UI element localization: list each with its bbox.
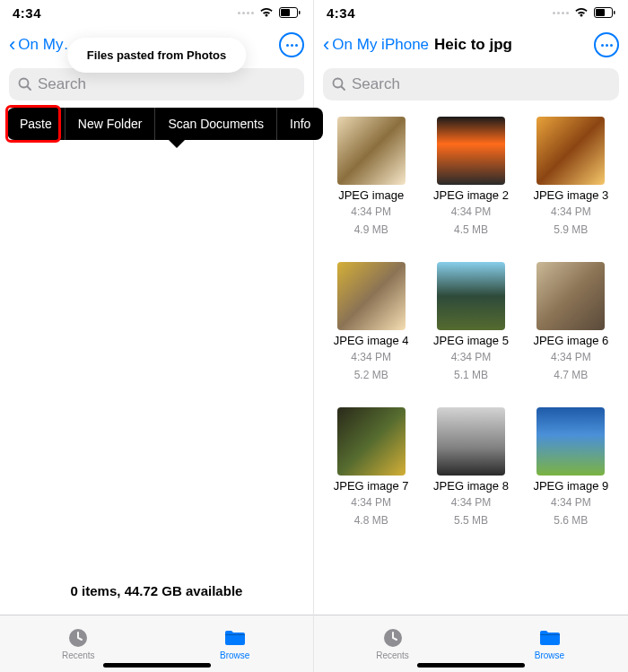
file-size: 5.2 MB bbox=[354, 369, 388, 383]
file-name: JPEG image 7 bbox=[334, 479, 409, 493]
file-time: 4:34 PM bbox=[351, 205, 391, 220]
file-name: JPEG image 8 bbox=[433, 479, 509, 493]
file-thumbnail bbox=[437, 407, 505, 476]
file-size: 5.6 MB bbox=[554, 514, 588, 528]
status-time: 4:34 bbox=[13, 5, 41, 21]
status-bar: 4:34 bbox=[0, 0, 313, 25]
file-item[interactable]: JPEG image 74:34 PM4.8 MB bbox=[325, 407, 417, 528]
search-bar[interactable] bbox=[9, 68, 304, 100]
tab-label: Browse bbox=[220, 650, 249, 660]
file-time: 4:34 PM bbox=[351, 496, 391, 511]
file-name: JPEG image 6 bbox=[533, 334, 608, 347]
file-thumbnail bbox=[337, 407, 406, 476]
file-name: JPEG image 5 bbox=[433, 334, 509, 347]
context-new-folder[interactable]: New Folder bbox=[65, 108, 156, 140]
file-thumbnail bbox=[536, 262, 605, 330]
search-input[interactable] bbox=[352, 75, 610, 93]
file-name: JPEG image 2 bbox=[433, 188, 509, 202]
svg-rect-13 bbox=[540, 634, 560, 635]
file-name: JPEG image 3 bbox=[533, 188, 608, 202]
search-bar[interactable] bbox=[323, 68, 619, 100]
svg-rect-9 bbox=[614, 11, 615, 14]
status-icons bbox=[553, 7, 615, 18]
chevron-left-icon: ‹ bbox=[9, 35, 15, 55]
tab-label: Recents bbox=[376, 650, 409, 660]
file-time: 4:34 PM bbox=[551, 351, 591, 365]
file-size: 5.1 MB bbox=[454, 369, 488, 383]
nav-title: Heic to jpg bbox=[434, 36, 512, 54]
search-input[interactable] bbox=[38, 75, 295, 93]
file-item[interactable]: JPEG image 44:34 PM5.2 MB bbox=[325, 262, 417, 382]
battery-icon bbox=[279, 7, 301, 18]
file-thumbnail bbox=[536, 117, 605, 185]
file-item[interactable]: JPEG image 54:34 PM5.1 MB bbox=[424, 262, 517, 382]
tab-label: Recents bbox=[62, 650, 95, 660]
ellipsis-icon bbox=[601, 44, 613, 47]
file-name: JPEG image bbox=[338, 188, 404, 202]
more-button[interactable] bbox=[594, 32, 619, 57]
file-time: 4:34 PM bbox=[351, 351, 391, 365]
file-size: 4.7 MB bbox=[554, 369, 588, 383]
status-time: 4:34 bbox=[327, 5, 355, 21]
clock-icon bbox=[67, 627, 89, 649]
status-icons bbox=[238, 7, 301, 18]
file-item[interactable]: JPEG image 94:34 PM5.6 MB bbox=[525, 407, 617, 528]
file-item[interactable]: JPEG image4:34 PM4.9 MB bbox=[325, 117, 417, 237]
battery-icon bbox=[594, 7, 615, 18]
context-info[interactable]: Info bbox=[277, 108, 323, 140]
svg-rect-2 bbox=[299, 11, 301, 14]
context-menu: Paste New Folder Scan Documents Info bbox=[7, 108, 323, 140]
storage-status: 0 items, 44.72 GB available bbox=[0, 571, 313, 611]
toast-notification: Files pasted from Photos bbox=[67, 38, 246, 73]
home-indicator[interactable] bbox=[417, 663, 525, 668]
more-button[interactable] bbox=[279, 32, 304, 57]
nav-bar: ‹ On My iPhone Heic to jpg bbox=[314, 25, 628, 65]
folder-icon bbox=[223, 627, 247, 649]
tab-label: Browse bbox=[535, 650, 564, 660]
svg-line-4 bbox=[28, 87, 31, 91]
folder-icon bbox=[538, 627, 562, 649]
file-item[interactable]: JPEG image 24:34 PM4.5 MB bbox=[424, 117, 517, 237]
file-item[interactable]: JPEG image 34:34 PM5.9 MB bbox=[525, 117, 617, 237]
file-size: 4.8 MB bbox=[354, 514, 388, 528]
file-size: 4.5 MB bbox=[454, 223, 488, 238]
search-icon bbox=[332, 77, 346, 92]
file-name: JPEG image 4 bbox=[334, 334, 409, 347]
file-time: 4:34 PM bbox=[451, 205, 492, 220]
folder-content[interactable]: JPEG image4:34 PM4.9 MBJPEG image 24:34 … bbox=[314, 108, 628, 615]
file-grid: JPEG image4:34 PM4.9 MBJPEG image 24:34 … bbox=[314, 111, 628, 546]
svg-rect-8 bbox=[596, 9, 605, 16]
file-size: 5.9 MB bbox=[554, 223, 588, 238]
status-bar: 4:34 bbox=[314, 0, 628, 25]
file-size: 4.9 MB bbox=[354, 223, 388, 238]
file-thumbnail bbox=[536, 407, 605, 476]
file-size: 5.5 MB bbox=[454, 514, 488, 528]
ellipsis-icon bbox=[286, 44, 298, 47]
file-thumbnail bbox=[337, 262, 406, 330]
context-paste[interactable]: Paste bbox=[7, 108, 65, 140]
folder-content-empty[interactable]: 0 items, 44.72 GB available bbox=[0, 108, 313, 615]
clock-icon bbox=[382, 627, 404, 649]
file-thumbnail bbox=[337, 117, 406, 185]
context-scan-documents[interactable]: Scan Documents bbox=[155, 108, 277, 140]
file-item[interactable]: JPEG image 64:34 PM4.7 MB bbox=[525, 262, 617, 382]
phone-left: 4:34 ‹ On My… Files pasted from Photos P… bbox=[0, 0, 314, 672]
back-label: On My iPhone bbox=[332, 36, 429, 54]
back-button[interactable]: ‹ On My iPhone bbox=[323, 35, 429, 55]
svg-line-11 bbox=[342, 87, 345, 91]
chevron-left-icon: ‹ bbox=[323, 35, 329, 55]
wifi-icon bbox=[259, 7, 274, 18]
wifi-icon bbox=[574, 7, 589, 18]
home-indicator[interactable] bbox=[103, 663, 211, 668]
file-thumbnail bbox=[437, 262, 505, 330]
context-menu-arrow-icon bbox=[169, 140, 185, 148]
search-icon bbox=[18, 77, 32, 92]
svg-rect-1 bbox=[281, 9, 290, 16]
file-time: 4:34 PM bbox=[551, 496, 591, 511]
file-time: 4:34 PM bbox=[551, 205, 591, 220]
file-name: JPEG image 9 bbox=[533, 479, 608, 493]
file-time: 4:34 PM bbox=[451, 496, 492, 511]
svg-rect-6 bbox=[225, 634, 245, 635]
file-item[interactable]: JPEG image 84:34 PM5.5 MB bbox=[424, 407, 517, 528]
file-time: 4:34 PM bbox=[451, 351, 492, 365]
